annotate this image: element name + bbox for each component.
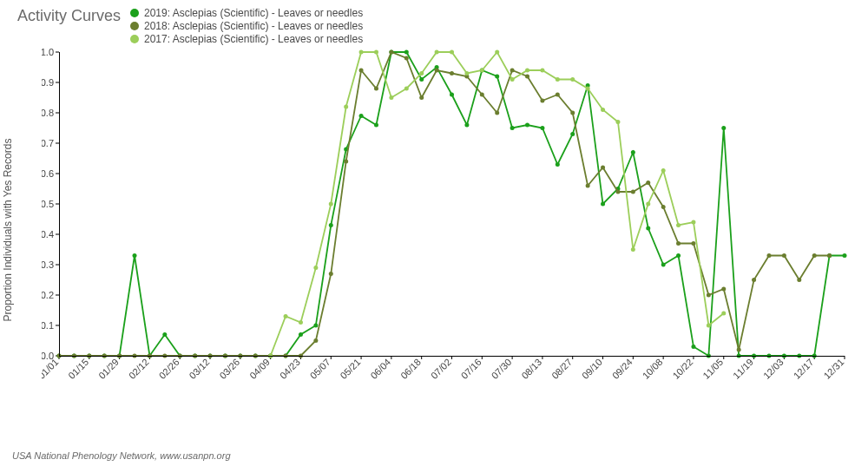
svg-text:10/08: 10/08 <box>641 357 665 381</box>
svg-point-203 <box>601 108 605 112</box>
svg-text:0.4: 0.4 <box>42 229 54 240</box>
svg-point-172 <box>707 293 711 298</box>
svg-point-170 <box>676 241 681 246</box>
svg-point-186 <box>344 105 348 109</box>
svg-point-92 <box>299 332 303 337</box>
svg-text:0.1: 0.1 <box>42 320 54 331</box>
svg-text:0.8: 0.8 <box>42 108 54 118</box>
svg-point-159 <box>510 69 515 73</box>
svg-text:04/09: 04/09 <box>247 357 272 381</box>
svg-point-201 <box>570 77 575 82</box>
svg-text:0.2: 0.2 <box>42 290 54 300</box>
svg-text:12/31: 12/31 <box>821 357 845 381</box>
legend-label: 2017: Asclepias (Scientific) - Leaves or… <box>144 33 363 45</box>
svg-point-179 <box>812 253 817 258</box>
svg-point-199 <box>540 69 544 73</box>
svg-point-207 <box>661 168 666 173</box>
svg-point-149 <box>359 69 364 73</box>
svg-point-118 <box>691 345 695 349</box>
legend-dot-icon <box>130 35 139 43</box>
line-chart: 0.00.10.20.30.40.50.60.70.80.91.0 01/010… <box>42 48 853 395</box>
svg-point-81 <box>133 253 137 258</box>
svg-point-107 <box>525 123 529 128</box>
legend-item-2017: 2017: Asclepias (Scientific) - Leaves or… <box>130 32 363 45</box>
svg-point-174 <box>737 348 741 352</box>
svg-point-150 <box>374 87 378 91</box>
svg-point-100 <box>419 77 424 82</box>
svg-point-154 <box>435 69 439 73</box>
svg-point-109 <box>556 162 560 167</box>
svg-point-205 <box>631 247 635 252</box>
svg-text:04/23: 04/23 <box>278 357 302 381</box>
svg-point-183 <box>299 320 303 325</box>
legend-dot-icon <box>130 22 139 30</box>
svg-point-168 <box>646 180 650 185</box>
legend: 2019: Asclepias (Scientific) - Leaves or… <box>130 6 363 45</box>
svg-point-171 <box>691 241 695 246</box>
svg-point-173 <box>721 287 726 292</box>
legend-dot-icon <box>130 9 139 17</box>
svg-point-120 <box>721 126 726 130</box>
svg-point-152 <box>404 56 409 61</box>
svg-point-202 <box>586 87 590 91</box>
svg-text:09/24: 09/24 <box>610 357 635 381</box>
svg-point-128 <box>843 253 847 258</box>
svg-point-208 <box>676 223 681 227</box>
svg-point-185 <box>329 202 333 207</box>
svg-text:02/12: 02/12 <box>127 357 151 381</box>
legend-label: 2018: Asclepias (Scientific) - Leaves or… <box>144 20 363 32</box>
svg-point-93 <box>313 324 318 328</box>
svg-text:08/13: 08/13 <box>519 357 543 381</box>
svg-text:01/29: 01/29 <box>96 357 121 381</box>
svg-point-193 <box>450 50 454 55</box>
svg-point-147 <box>329 272 333 276</box>
svg-point-198 <box>525 69 529 73</box>
svg-point-99 <box>404 50 409 55</box>
y-axis-label: Proportion Individuals with Yes Records <box>2 47 14 230</box>
svg-point-191 <box>419 71 424 75</box>
svg-point-106 <box>510 126 515 130</box>
svg-point-210 <box>707 324 711 328</box>
svg-point-164 <box>586 184 590 188</box>
svg-point-180 <box>827 253 832 258</box>
svg-point-204 <box>615 120 620 124</box>
svg-point-184 <box>313 266 318 270</box>
chart-title: Activity Curves <box>17 7 121 25</box>
svg-text:0.5: 0.5 <box>42 199 54 209</box>
svg-point-158 <box>495 111 499 115</box>
svg-point-115 <box>646 226 650 231</box>
svg-point-188 <box>374 50 378 55</box>
svg-point-153 <box>419 95 424 100</box>
chart-series <box>57 50 847 358</box>
svg-point-196 <box>495 50 499 55</box>
svg-point-209 <box>691 220 695 225</box>
svg-point-112 <box>601 202 605 207</box>
svg-text:0.3: 0.3 <box>42 259 54 270</box>
svg-point-161 <box>540 99 544 103</box>
svg-point-103 <box>464 123 469 128</box>
svg-text:12/03: 12/03 <box>761 357 786 381</box>
svg-point-97 <box>374 123 378 128</box>
svg-point-157 <box>480 93 484 97</box>
y-axis: 0.00.10.20.30.40.50.60.70.80.91.0 <box>42 48 59 361</box>
svg-point-190 <box>404 87 409 91</box>
svg-text:1.0: 1.0 <box>42 48 54 57</box>
svg-text:07/30: 07/30 <box>490 357 514 381</box>
svg-point-211 <box>721 312 726 316</box>
svg-text:06/18: 06/18 <box>398 357 423 381</box>
svg-point-94 <box>329 223 333 227</box>
svg-text:03/26: 03/26 <box>217 357 241 381</box>
svg-point-102 <box>450 93 454 97</box>
svg-point-169 <box>661 205 666 209</box>
svg-text:05/07: 05/07 <box>308 357 332 381</box>
svg-text:03/12: 03/12 <box>187 357 211 381</box>
svg-point-96 <box>359 114 364 118</box>
legend-item-2018: 2018: Asclepias (Scientific) - Leaves or… <box>130 19 363 32</box>
svg-text:0.6: 0.6 <box>42 168 54 179</box>
svg-point-166 <box>615 190 620 194</box>
svg-text:07/02: 07/02 <box>429 357 453 381</box>
svg-point-117 <box>676 253 681 258</box>
svg-text:06/04: 06/04 <box>368 357 392 381</box>
svg-point-206 <box>646 202 650 207</box>
svg-point-187 <box>359 50 364 55</box>
